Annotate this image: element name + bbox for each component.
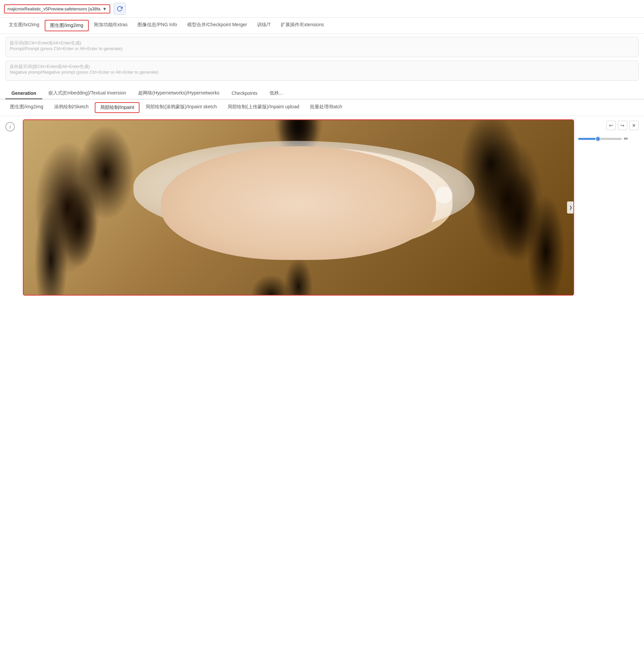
nav-tab-pnginfo[interactable]: 图像信息/PNG Info xyxy=(133,20,182,31)
mode-tab-img2img[interactable]: 图生图/img2img xyxy=(5,102,48,113)
undo-button[interactable]: ↩ xyxy=(606,121,616,130)
nav-tab-train[interactable]: 训练/T xyxy=(253,20,275,31)
mode-tab-sketch[interactable]: 涂鸦绘制/Sketch xyxy=(49,102,93,113)
redo-button[interactable]: ↪ xyxy=(618,121,627,130)
nav-tab-extensions[interactable]: 扩展插件/Extensions xyxy=(276,20,328,31)
section-tabs: Generation嵌入式(Embedding)/Textual Inversi… xyxy=(0,87,644,100)
canvas-right-arrow[interactable]: ❯ xyxy=(567,202,574,214)
nav-tab-merger[interactable]: 模型合并/Checkpoint Merger xyxy=(183,20,252,31)
left-panel: i xyxy=(5,119,19,296)
model-name: majicmixRealistic_v5Preview.safetensors … xyxy=(7,6,101,11)
mode-tab-inpaint_upload[interactable]: 局部绘制(上传蒙版)/Inpaint upload xyxy=(223,102,304,113)
prompt-section: 提示词(按Ctrl+Enter或Alt+Enter生成) Prompt/Prom… xyxy=(0,34,644,87)
main-content: i ❯ ↩ ↪ ✕ ✏ xyxy=(0,116,644,299)
mode-tab-batch[interactable]: 批量处理/Batch xyxy=(305,102,347,113)
refresh-icon xyxy=(117,6,123,12)
mode-tab-inpaint[interactable]: 局部绘制/Inpaint xyxy=(95,102,140,113)
model-selector[interactable]: majicmixRealistic_v5Preview.safetensors … xyxy=(4,4,110,13)
mode-tab-inpaint_sketch[interactable]: 局部绘制(涂鸦蒙版)/Inpaint sketch xyxy=(141,102,222,113)
negative-prompt[interactable]: 反向提示词(按Ctrl+Enter或Alt+Enter生成) Negative … xyxy=(5,61,639,81)
right-toolbar: ↩ ↪ ✕ ✏ xyxy=(578,119,639,296)
nav-tab-extras[interactable]: 附加功能/Extras xyxy=(89,20,132,31)
positive-prompt-placeholder: 提示词(按Ctrl+Enter或Alt+Enter生成) Prompt/Prom… xyxy=(10,40,122,51)
portrait-image xyxy=(24,120,573,295)
chevron-down-icon: ▼ xyxy=(103,6,107,11)
brush-size-slider[interactable] xyxy=(578,138,622,140)
section-tab-embedding[interactable]: 嵌入式(Embedding)/Textual Inversion xyxy=(42,87,132,100)
hair-layer xyxy=(24,120,573,295)
nav-tab-img2img[interactable]: 图生图/img2img xyxy=(45,20,89,31)
section-tab-checkpoints[interactable]: Checkpoints xyxy=(226,88,264,99)
close-button[interactable]: ✕ xyxy=(629,121,639,130)
info-icon[interactable]: i xyxy=(5,122,15,132)
nav-tabs: 文生图/txt2img图生图/img2img附加功能/Extras图像信息/PN… xyxy=(0,18,644,34)
refresh-button[interactable] xyxy=(114,3,126,15)
section-tab-generation[interactable]: Generation xyxy=(5,88,42,99)
canvas-container[interactable]: ❯ xyxy=(23,119,574,296)
nav-tab-txt2img[interactable]: 文生图/txt2img xyxy=(4,20,44,31)
top-bar: majicmixRealistic_v5Preview.safetensors … xyxy=(0,0,644,18)
toolbar-buttons: ↩ ↪ ✕ xyxy=(578,119,639,132)
brush-preview xyxy=(435,187,452,204)
negative-prompt-placeholder: 反向提示词(按Ctrl+Enter或Alt+Enter生成) Negative … xyxy=(10,64,158,75)
mode-tabs: 图生图/img2img涂鸦绘制/Sketch局部绘制/Inpaint局部绘制(涂… xyxy=(0,100,644,116)
section-tab-hypernetworks[interactable]: 超网络(Hypernetworks)/Hypernetworks xyxy=(132,87,226,100)
section-tab-lora[interactable]: 低秩... xyxy=(264,87,289,100)
positive-prompt[interactable]: 提示词(按Ctrl+Enter或Alt+Enter生成) Prompt/Prom… xyxy=(5,37,639,57)
brush-size-container: ✏ xyxy=(578,134,639,143)
brush-icon: ✏ xyxy=(624,136,628,142)
